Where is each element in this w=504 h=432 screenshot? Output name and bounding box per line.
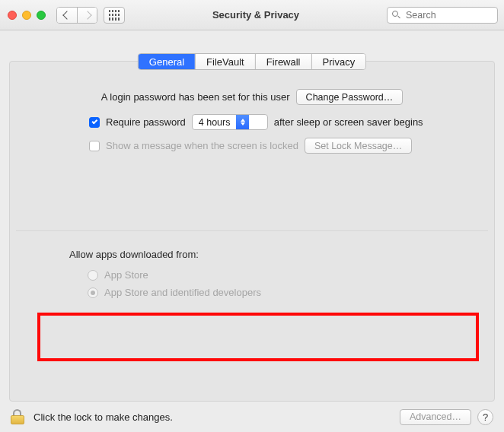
radio-app-store xyxy=(88,270,98,281)
login-password-text: A login password has been set for this u… xyxy=(101,91,290,103)
annotation-highlight xyxy=(37,313,479,361)
lock-message-label: Show a message when the screen is locked xyxy=(106,140,298,151)
tab-firewall[interactable]: Firewall xyxy=(255,54,311,69)
nav-back-forward xyxy=(56,7,97,24)
require-password-checkbox[interactable] xyxy=(89,117,100,128)
radio-app-store-identified-label: App Store and identified developers xyxy=(104,287,261,298)
radio-app-store-label: App Store xyxy=(104,269,148,281)
window-controls xyxy=(8,11,46,20)
close-window[interactable] xyxy=(8,11,17,20)
help-button[interactable]: ? xyxy=(477,409,493,425)
search-field[interactable] xyxy=(387,7,498,24)
lock-icon[interactable] xyxy=(11,409,24,424)
require-password-delay-value: 4 hours xyxy=(193,117,237,128)
require-password-label-suffix: after sleep or screen saver begins xyxy=(274,116,423,128)
require-password-delay-popup[interactable]: 4 hours xyxy=(192,114,268,130)
back-button[interactable] xyxy=(57,8,77,23)
tab-filevault[interactable]: FileVault xyxy=(195,54,255,69)
chevron-left-icon xyxy=(62,11,71,19)
search-input[interactable] xyxy=(404,9,493,21)
tab-privacy[interactable]: Privacy xyxy=(311,54,366,69)
set-lock-message-button[interactable]: Set Lock Message… xyxy=(305,138,412,154)
zoom-window[interactable] xyxy=(37,11,46,20)
forward-button[interactable] xyxy=(77,8,97,23)
tab-bar: General FileVault Firewall Privacy xyxy=(138,53,366,70)
tab-general[interactable]: General xyxy=(139,54,195,69)
show-all-button[interactable] xyxy=(104,7,125,24)
lock-message-checkbox[interactable] xyxy=(89,141,100,151)
preferences-pane: General FileVault Firewall Privacy A log… xyxy=(9,61,495,402)
advanced-button[interactable]: Advanced… xyxy=(400,409,471,425)
change-password-button[interactable]: Change Password… xyxy=(296,89,404,105)
general-content: A login password has been set for this u… xyxy=(10,89,494,154)
chevron-right-icon xyxy=(83,11,91,19)
allow-downloads-section: Allow apps downloaded from: App Store Ap… xyxy=(69,249,464,304)
grid-icon xyxy=(109,10,120,21)
search-icon xyxy=(392,11,401,20)
popup-arrows-icon xyxy=(236,115,249,129)
divider xyxy=(16,230,488,231)
lock-hint-text: Click the lock to make changes. xyxy=(33,411,173,423)
allow-downloads-heading: Allow apps downloaded from: xyxy=(69,249,464,260)
footer: Click the lock to make changes. Advanced… xyxy=(0,402,504,432)
toolbar: Security & Privacy xyxy=(0,0,504,30)
require-password-label-prefix: Require password xyxy=(106,116,186,128)
minimize-window[interactable] xyxy=(22,11,31,20)
radio-app-store-identified xyxy=(88,287,98,298)
window-title: Security & Privacy xyxy=(131,9,381,21)
